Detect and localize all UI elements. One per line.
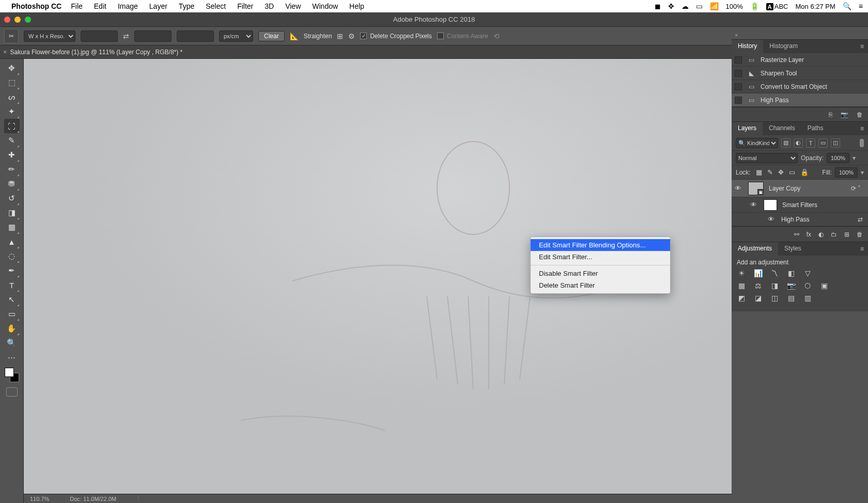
hue-sat-icon[interactable]: ▦	[737, 281, 746, 290]
filter-toggle[interactable]	[860, 139, 864, 147]
window-close-button[interactable]	[4, 17, 10, 23]
window-zoom-button[interactable]	[25, 17, 31, 23]
crop-tool[interactable]: ⛶	[4, 119, 20, 133]
layer-style-icon[interactable]: fx	[807, 231, 811, 238]
tray-icon[interactable]: ◼	[655, 2, 661, 10]
color-swatches[interactable]	[5, 368, 19, 382]
menu-view[interactable]: View	[285, 2, 301, 10]
menu-image[interactable]: Image	[118, 2, 138, 10]
tab-adjustments[interactable]: Adjustments	[732, 242, 778, 256]
photo-filter-icon[interactable]: 📷	[786, 281, 796, 290]
tab-paths[interactable]: Paths	[801, 122, 830, 135]
airplay-icon[interactable]: ▭	[696, 2, 703, 10]
aspect-ratio-select[interactable]: W x H x Reso...	[24, 30, 75, 42]
panel-close-icon[interactable]: ×	[732, 32, 868, 39]
adjustments-panel-menu-icon[interactable]: ≡	[856, 242, 868, 256]
history-item[interactable]: ▭High Pass	[732, 93, 868, 107]
levels-icon[interactable]: 📊	[753, 269, 763, 277]
chevron-down-icon[interactable]: ▾	[861, 169, 864, 176]
swap-icon[interactable]: ⇄	[123, 32, 129, 40]
filter-mask-thumbnail[interactable]	[764, 199, 777, 211]
history-item[interactable]: ▭Rasterize Layer	[732, 53, 868, 67]
smart-filters-row[interactable]: 👁 Smart Filters	[732, 197, 868, 213]
tab-styles[interactable]: Styles	[778, 242, 808, 256]
eraser-tool[interactable]: ◨	[4, 206, 20, 220]
layer-filter-kind[interactable]: 🔍 KindKind	[736, 138, 778, 148]
menu-edit[interactable]: Edit	[94, 2, 106, 10]
new-layer-icon[interactable]: ⊞	[844, 231, 849, 238]
status-arrow-icon[interactable]: 〉	[137, 495, 143, 502]
menu-filter[interactable]: Filter	[237, 2, 253, 10]
opacity-value[interactable]: 100%	[827, 153, 849, 163]
crop-options-icon[interactable]: ⚙	[348, 32, 355, 40]
ctx-edit-smart-filter[interactable]: Edit Smart Filter...	[531, 251, 670, 263]
healing-brush-tool[interactable]: ✚	[4, 148, 20, 162]
new-group-icon[interactable]: 🗀	[831, 231, 837, 238]
quick-mask-toggle[interactable]	[6, 387, 18, 397]
tab-channels[interactable]: Channels	[763, 122, 801, 135]
cloud-icon[interactable]: ☁	[681, 2, 689, 10]
content-aware-checkbox[interactable]: Content-Aware	[437, 33, 488, 40]
blend-mode-select[interactable]: Normal	[736, 153, 798, 163]
pen-tool[interactable]: ✒	[4, 263, 20, 278]
doc-size[interactable]: Doc: 11.0M/22.0M	[70, 496, 116, 502]
history-item[interactable]: ▭Convert to Smart Object	[732, 80, 868, 93]
snapshot-icon[interactable]: 📷	[841, 111, 848, 118]
invert-icon[interactable]: ◩	[737, 294, 746, 302]
clock[interactable]: Mon 6:27 PM	[796, 3, 835, 10]
history-item[interactable]: ◣Sharpen Tool	[732, 67, 868, 80]
hand-tool[interactable]: ✋	[4, 321, 20, 336]
threshold-icon[interactable]: ◫	[770, 294, 779, 302]
battery-icon[interactable]: 🔋	[750, 2, 759, 10]
tab-history[interactable]: History	[732, 40, 763, 53]
straighten-label[interactable]: Straighten	[304, 33, 332, 40]
window-minimize-button[interactable]	[14, 17, 21, 23]
visibility-icon[interactable]: 👁	[750, 201, 758, 209]
height-input[interactable]	[134, 30, 172, 42]
menu-3d[interactable]: 3D	[265, 2, 274, 10]
lock-all-icon[interactable]: 🔒	[800, 168, 809, 176]
shape-tool[interactable]: ▭	[4, 307, 20, 321]
filter-blend-options-icon[interactable]: ⇄	[858, 216, 868, 223]
fill-value[interactable]: 100%	[835, 167, 858, 178]
lock-paint-icon[interactable]: ✎	[767, 168, 773, 176]
app-name[interactable]: Photoshop CC	[11, 2, 61, 10]
ctx-delete-smart-filter[interactable]: Delete Smart Filter	[531, 279, 670, 291]
filter-adjust-icon[interactable]: ◐	[794, 138, 803, 148]
brush-tool[interactable]: ✏	[4, 162, 20, 177]
smart-filter-item[interactable]: 👁 High Pass ⇄	[732, 213, 868, 226]
wifi-icon[interactable]: 📶	[710, 2, 719, 10]
lasso-tool[interactable]: ᔕ	[4, 90, 20, 104]
new-doc-from-state-icon[interactable]: ⎘	[829, 111, 832, 118]
layer-link-icon[interactable]: ⟳ ˄	[851, 185, 865, 192]
filter-type-icon[interactable]: T	[806, 138, 815, 148]
input-source-badge[interactable]: A	[766, 3, 773, 10]
vibrance-icon[interactable]: ▽	[803, 269, 812, 277]
move-tool[interactable]: ✥	[4, 61, 20, 75]
link-layers-icon[interactable]: ⚯	[794, 231, 799, 238]
clear-button[interactable]: Clear	[258, 31, 285, 41]
blur-tool[interactable]: ▲	[4, 234, 20, 249]
selective-color-icon[interactable]: ▥	[803, 294, 812, 302]
resolution-input[interactable]	[177, 30, 214, 42]
menu-type[interactable]: Type	[179, 2, 194, 10]
menu-select[interactable]: Select	[206, 2, 226, 10]
reset-icon[interactable]: ⟲	[493, 32, 500, 40]
filter-smart-icon[interactable]: ◫	[831, 138, 840, 148]
input-source[interactable]: ABC	[774, 3, 788, 10]
clone-stamp-tool[interactable]: ⛃	[4, 177, 20, 191]
menu-file[interactable]: File	[71, 2, 83, 10]
dodge-tool[interactable]: ◌	[4, 249, 20, 263]
trash-icon[interactable]: 🗑	[857, 231, 863, 238]
channel-mixer-icon[interactable]: ⬡	[803, 281, 812, 290]
edit-toolbar[interactable]: ⋯	[4, 350, 20, 365]
ctx-edit-blending[interactable]: Edit Smart Filter Blending Options...	[531, 239, 670, 251]
overlay-options-icon[interactable]: ⊞	[337, 32, 343, 40]
layer-thumbnail[interactable]: ▣	[748, 182, 764, 195]
spotlight-icon[interactable]: 🔍	[843, 2, 851, 10]
black-white-icon[interactable]: ◨	[770, 281, 779, 290]
gradient-map-icon[interactable]: ▤	[786, 294, 796, 302]
brightness-icon[interactable]: ☀	[737, 269, 746, 277]
visibility-icon[interactable]: 👁	[735, 184, 743, 192]
dropbox-icon[interactable]: ✥	[668, 2, 674, 10]
